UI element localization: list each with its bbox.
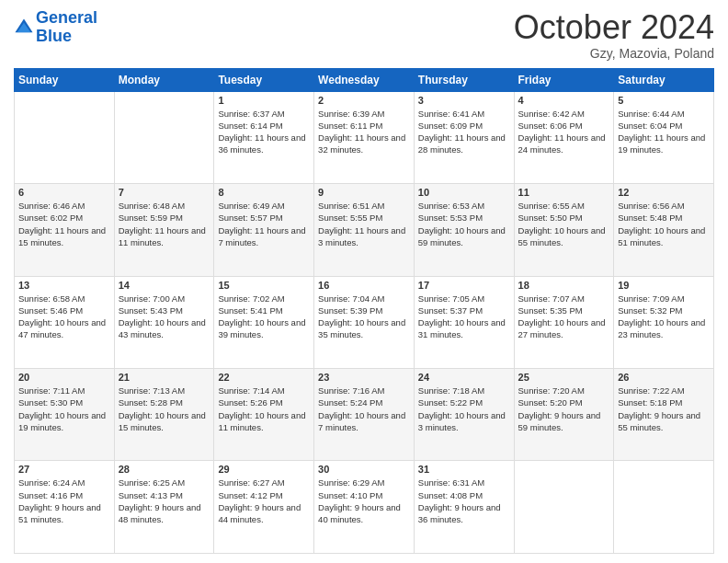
cell-line: Daylight: 11 hours and 32 minutes. [318,132,410,156]
title-block: October 2024 Gzy, Mazovia, Poland [514,9,714,61]
cell-line: Sunrise: 7:20 AM [518,385,610,396]
day-number: 11 [518,187,610,198]
calendar-cell [614,461,714,554]
day-number: 9 [318,187,410,198]
cell-line: Sunset: 6:06 PM [518,120,610,132]
calendar-cell: 10Sunrise: 6:53 AMSunset: 5:53 PMDayligh… [414,184,514,276]
cell-line: Sunrise: 7:09 AM [618,293,710,304]
calendar-cell: 3Sunrise: 6:41 AMSunset: 6:09 PMDaylight… [414,91,514,183]
cell-line: Sunrise: 7:04 AM [318,293,410,304]
cell-line: Daylight: 11 hours and 36 minutes. [218,132,310,156]
cell-line: Daylight: 11 hours and 24 minutes. [518,132,610,156]
cell-line: Sunrise: 6:56 AM [618,200,710,212]
cell-line: Sunset: 5:18 PM [618,396,710,408]
day-number: 8 [218,187,310,198]
cell-line: Sunrise: 7:00 AM [119,293,210,304]
day-number: 2 [318,95,410,106]
calendar-week-3: 20Sunrise: 7:11 AMSunset: 5:30 PMDayligh… [15,369,714,461]
cell-line: Sunrise: 6:31 AM [418,477,510,488]
cell-line: Sunrise: 7:22 AM [618,385,710,396]
cell-line: Daylight: 10 hours and 31 minutes. [418,316,510,341]
cell-line: Sunset: 6:11 PM [318,120,410,132]
calendar-cell: 1Sunrise: 6:37 AMSunset: 6:14 PMDaylight… [214,91,314,183]
cell-line: Sunset: 5:28 PM [119,396,210,408]
day-number: 25 [518,372,610,383]
calendar-cell: 13Sunrise: 6:58 AMSunset: 5:46 PMDayligh… [15,276,115,368]
cell-line: Sunset: 6:02 PM [18,212,110,224]
calendar-cell: 26Sunrise: 7:22 AMSunset: 5:18 PMDayligh… [614,369,714,461]
cell-line: Sunrise: 6:58 AM [18,293,110,304]
cell-line: Sunset: 5:41 PM [218,304,310,316]
cell-line: Daylight: 9 hours and 55 minutes. [618,409,710,434]
calendar-cell: 22Sunrise: 7:14 AMSunset: 5:26 PMDayligh… [214,369,314,461]
cell-line: Daylight: 10 hours and 43 minutes. [119,316,210,341]
calendar-cell: 5Sunrise: 6:44 AMSunset: 6:04 PMDaylight… [614,91,714,183]
day-number: 22 [218,372,310,383]
cell-line: Daylight: 10 hours and 39 minutes. [218,316,310,341]
calendar-cell: 9Sunrise: 6:51 AMSunset: 5:55 PMDaylight… [314,184,415,276]
cell-line: Sunrise: 7:02 AM [218,293,310,304]
cell-line: Daylight: 10 hours and 23 minutes. [618,316,710,341]
cell-line: Sunrise: 7:14 AM [218,385,310,396]
cell-line: Sunrise: 6:48 AM [119,200,210,212]
calendar-cell: 19Sunrise: 7:09 AMSunset: 5:32 PMDayligh… [614,276,714,368]
calendar-cell: 2Sunrise: 6:39 AMSunset: 6:11 PMDaylight… [314,91,415,183]
calendar-cell: 20Sunrise: 7:11 AMSunset: 5:30 PMDayligh… [15,369,115,461]
calendar-cell: 7Sunrise: 6:48 AMSunset: 5:59 PMDaylight… [114,184,214,276]
day-number: 3 [418,95,510,106]
day-number: 7 [119,187,210,198]
cell-line: Sunset: 4:13 PM [119,489,210,501]
cell-line: Sunrise: 6:53 AM [418,200,510,212]
calendar-week-1: 6Sunrise: 6:46 AMSunset: 6:02 PMDaylight… [15,184,714,276]
day-number: 20 [18,372,110,383]
logo-text: General Blue [36,9,97,46]
cell-line: Sunset: 5:50 PM [518,212,610,224]
cell-line: Daylight: 9 hours and 40 minutes. [318,501,410,526]
day-number: 29 [218,464,310,475]
cell-line: Sunrise: 7:13 AM [119,385,210,396]
calendar-cell: 25Sunrise: 7:20 AMSunset: 5:20 PMDayligh… [514,369,614,461]
cell-line: Sunrise: 6:29 AM [318,477,410,488]
day-number: 26 [618,372,710,383]
logo: General Blue [14,9,97,46]
calendar-cell: 28Sunrise: 6:25 AMSunset: 4:13 PMDayligh… [114,461,214,554]
day-number: 19 [618,280,710,291]
day-number: 28 [119,464,210,475]
cell-line: Sunset: 5:53 PM [418,212,510,224]
cell-line: Sunset: 5:26 PM [218,396,310,408]
cell-line: Daylight: 11 hours and 19 minutes. [618,132,710,156]
cell-line: Sunset: 4:08 PM [418,489,510,501]
day-number: 6 [18,187,110,198]
cell-line: Daylight: 10 hours and 59 minutes. [418,224,510,249]
cell-line: Sunrise: 6:55 AM [518,200,610,212]
day-number: 31 [418,464,510,475]
cell-line: Sunset: 5:35 PM [518,304,610,316]
calendar-cell [114,91,214,183]
column-header-tuesday: Tuesday [214,68,314,91]
cell-line: Sunrise: 6:37 AM [218,108,310,120]
cell-line: Daylight: 9 hours and 51 minutes. [18,501,110,526]
day-number: 5 [618,95,710,106]
calendar-cell: 14Sunrise: 7:00 AMSunset: 5:43 PMDayligh… [114,276,214,368]
cell-line: Sunset: 5:55 PM [318,212,410,224]
calendar-cell [514,461,614,554]
calendar-cell: 18Sunrise: 7:07 AMSunset: 5:35 PMDayligh… [514,276,614,368]
day-number: 23 [318,372,410,383]
cell-line: Daylight: 10 hours and 47 minutes. [18,316,110,341]
cell-line: Sunset: 5:57 PM [218,212,310,224]
cell-line: Sunset: 4:10 PM [318,489,410,501]
calendar-week-0: 1Sunrise: 6:37 AMSunset: 6:14 PMDaylight… [15,91,714,183]
day-number: 14 [119,280,210,291]
cell-line: Sunrise: 6:27 AM [218,477,310,488]
day-number: 15 [218,280,310,291]
cell-line: Sunset: 5:30 PM [18,396,110,408]
cell-line: Daylight: 11 hours and 11 minutes. [119,224,210,249]
logo-line2: Blue [36,27,72,45]
cell-line: Sunrise: 7:18 AM [418,385,510,396]
day-number: 24 [418,372,510,383]
calendar-cell: 31Sunrise: 6:31 AMSunset: 4:08 PMDayligh… [414,461,514,554]
cell-line: Daylight: 10 hours and 3 minutes. [418,409,510,434]
cell-line: Sunrise: 6:24 AM [18,477,110,488]
calendar-cell: 15Sunrise: 7:02 AMSunset: 5:41 PMDayligh… [214,276,314,368]
column-header-friday: Friday [514,68,614,91]
